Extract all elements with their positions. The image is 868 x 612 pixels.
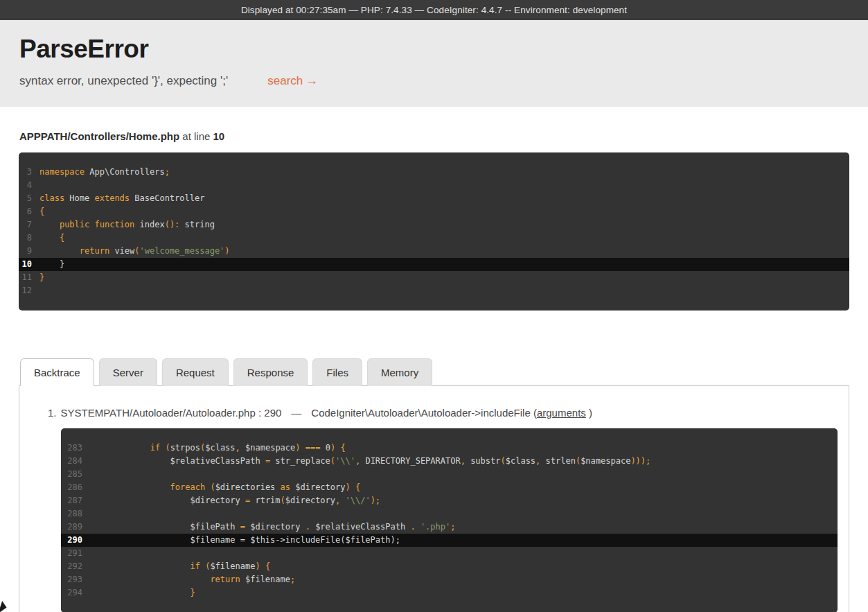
source-line-number: 10 xyxy=(213,130,225,142)
backtrace-entry-index: 1. xyxy=(48,407,57,419)
environment-bar: Displayed at 00:27:35am — PHP: 7.4.33 — … xyxy=(0,0,868,20)
code-line-4: 4 xyxy=(19,179,849,192)
page: Displayed at 00:27:35am — PHP: 7.4.33 — … xyxy=(0,0,868,612)
code-line-6: 6{ xyxy=(19,205,849,218)
tab-backtrace[interactable]: Backtrace xyxy=(20,358,94,386)
tab-response[interactable]: Response xyxy=(233,358,308,386)
code-line-3: 3namespace App\Controllers; xyxy=(19,166,849,179)
code-line-284: 284 $relativeClassPath = str_replace('\\… xyxy=(61,455,838,468)
source-file-name: APPPATH/Controllers/Home.php xyxy=(19,130,179,142)
search-link[interactable]: search → xyxy=(267,74,318,87)
code-line-12: 12 xyxy=(19,284,849,297)
tab-bar: Backtrace Server Request Response Files … xyxy=(19,358,849,385)
tab-memory[interactable]: Memory xyxy=(367,358,432,386)
code-line-10: 10 } xyxy=(19,258,849,271)
error-title: ParseError xyxy=(19,35,849,64)
code-line-288: 288 xyxy=(61,507,838,521)
error-source-code-block: 3namespace App\Controllers;45class Home … xyxy=(19,152,849,311)
main-content: APPPATH/Controllers/Home.php at line 10 … xyxy=(0,130,868,612)
backtrace-entry-separator: — xyxy=(291,407,301,419)
code-line-8: 8 { xyxy=(19,231,849,245)
at-line-label: at line xyxy=(182,130,210,142)
tab-files[interactable]: Files xyxy=(312,358,362,386)
source-file-path: APPPATH/Controllers/Home.php at line 10 xyxy=(19,130,849,142)
backtrace-entry-file: SYSTEMPATH/Autoloader/Autoloader.php : 2… xyxy=(61,407,282,419)
code-line-293: 293 return $filename; xyxy=(61,573,838,586)
code-line-9: 9 return view('welcome_message') xyxy=(19,245,849,258)
backtrace-entry: 1.SYSTEMPATH/Autoloader/Autoloader.php :… xyxy=(19,386,849,419)
tab-request[interactable]: Request xyxy=(162,358,229,386)
error-header: ParseError syntax error, unexpected '}',… xyxy=(0,20,868,107)
code-line-289: 289 $filePath = $directory . $relativeCl… xyxy=(61,521,838,534)
code-line-291: 291 xyxy=(61,547,838,560)
code-line-285: 285 xyxy=(61,468,838,481)
code-line-287: 287 $directory = rtrim($directory, '\\/'… xyxy=(61,494,838,507)
code-line-5: 5class Home extends BaseController xyxy=(19,192,849,205)
code-line-283: 283 if (strpos($class, $namespace) === 0… xyxy=(61,441,838,455)
code-line-11: 11} xyxy=(19,271,849,284)
error-message: syntax error, unexpected '}', expecting … xyxy=(19,74,228,87)
code-line-286: 286 foreach ($directories as $directory)… xyxy=(61,481,838,494)
environment-bar-text: Displayed at 00:27:35am — PHP: 7.4.33 — … xyxy=(241,5,627,15)
code-line-290: 290 $filename = $this->includeFile($file… xyxy=(61,534,838,547)
code-line-292: 292 if ($filename) { xyxy=(61,560,838,573)
error-subline: syntax error, unexpected '}', expecting … xyxy=(19,74,849,88)
tab-server[interactable]: Server xyxy=(99,358,157,386)
backtrace-code-block: 283 if (strpos($class, $namespace) === 0… xyxy=(61,428,838,612)
backtrace-panel: 1.SYSTEMPATH/Autoloader/Autoloader.php :… xyxy=(19,385,849,612)
code-line-7: 7 public function index(): string xyxy=(19,218,849,231)
backtrace-entry-function: CodeIgniter\Autoloader\Autoloader->inclu… xyxy=(311,407,530,419)
arguments-toggle[interactable]: arguments xyxy=(537,407,586,419)
code-line-294: 294 } xyxy=(61,586,838,600)
arguments-paren-close: ) xyxy=(589,407,592,419)
